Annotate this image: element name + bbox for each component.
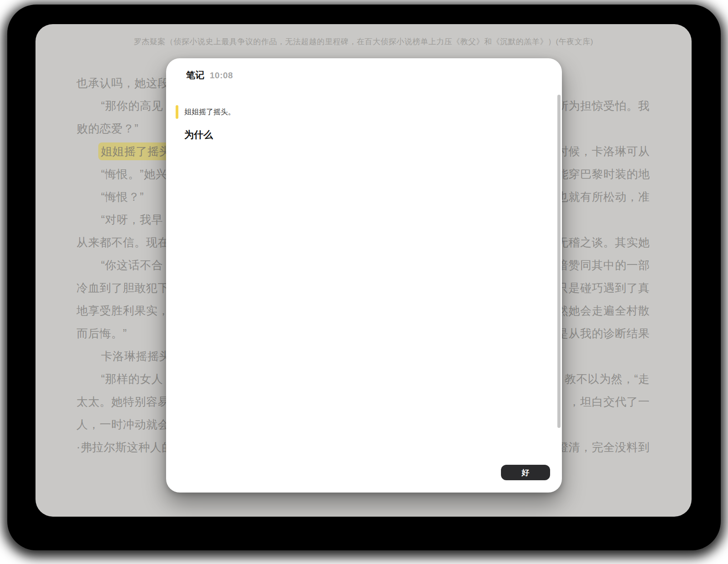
book-text-line: ·弗拉尔斯这种人的 — [76, 438, 173, 456]
highlighted-text[interactable]: 姐姐摇了摇头 — [98, 142, 175, 160]
book-text-line: 从来都不信。现在 — [76, 234, 169, 251]
scrollbar-thumb[interactable] — [557, 95, 561, 428]
book-text-line: 也承认吗，她这段 — [76, 74, 169, 91]
book-text-line: 时候，卡洛琳可从 — [557, 142, 650, 160]
book-text-line: 冷血到了胆敢犯下 — [76, 279, 169, 296]
book-text-line: “你这话不合 — [101, 256, 163, 274]
book-text-line: “对呀，我早 — [101, 211, 163, 228]
book-text-line: “悔恨？” — [101, 188, 144, 205]
book-text-line: 只是碰巧遇到了真 — [557, 279, 650, 296]
book-text-line: 人，一时冲动就会 — [76, 416, 169, 433]
note-timestamp: 10:08 — [210, 71, 233, 81]
book-text-line: 暗赞同其中的一部 — [557, 256, 650, 274]
book-text-line: 而后悔。” — [76, 325, 127, 342]
quote-text: 姐姐摇了摇头。 — [184, 105, 235, 119]
book-text-line: 也就有所松动，准 — [557, 188, 650, 205]
book-text-line: 姐姐摇了摇头 — [101, 142, 175, 160]
book-text-line: 地享受胜利果实， — [76, 302, 169, 319]
book-title-header: 罗杰疑案（侦探小说史上最具争议的作品，无法超越的里程碑，在百大侦探小说榜单上力压… — [35, 37, 692, 46]
book-text-line: 太太。她特别容易 — [76, 393, 169, 410]
book-text-line: 所为担惊受怕。我 — [557, 97, 650, 114]
note-dialog-title: 笔记 — [186, 69, 204, 81]
book-text-line: 教不以为然，“走 — [565, 370, 650, 387]
book-text-line: 澄清，完全没料到 — [557, 438, 650, 456]
book-text-line: 卡洛琳摇摇头 — [101, 347, 171, 365]
note-content: 为什么 — [184, 128, 535, 142]
book-text-line: 败的恋爱？” — [76, 120, 138, 137]
book-text-line: 能穿巴黎时装的地 — [557, 165, 650, 183]
book-text-line: “那样的女人 — [101, 370, 163, 387]
book-text-line: 然她会走遍全村散 — [557, 302, 650, 319]
book-text-line: “那你的高见 — [101, 97, 163, 114]
ok-button[interactable]: 好 — [501, 465, 550, 480]
quote-accent-bar — [176, 105, 178, 119]
book-text-line: 无稽之谈。其实她 — [557, 234, 650, 251]
note-dialog-header: 笔记 10:08 — [186, 69, 542, 82]
note-dialog: 笔记 10:08 姐姐摇了摇头。 为什么 好 — [166, 58, 562, 493]
book-text-line: ，坦白交代了一 — [569, 393, 650, 410]
book-text-line: 是从我的诊断结果 — [557, 325, 650, 342]
book-text-line: “悔恨。”她兴 — [101, 165, 167, 183]
highlighted-quote-block: 姐姐摇了摇头。 — [176, 105, 535, 119]
